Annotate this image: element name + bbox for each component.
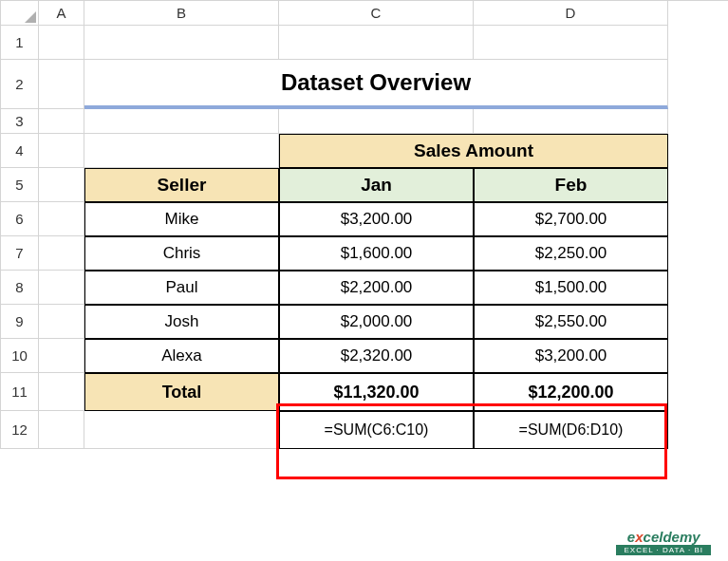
cell-A4[interactable] — [39, 134, 84, 168]
seller-1[interactable]: Chris — [84, 236, 279, 271]
jan-3[interactable]: $2,000.00 — [279, 305, 474, 339]
jan-0[interactable]: $3,200.00 — [279, 202, 474, 236]
feb-4[interactable]: $3,200.00 — [474, 339, 668, 373]
title-cell[interactable]: Dataset Overview — [84, 60, 668, 109]
watermark: exceldemy EXCEL · DATA · BI — [616, 529, 711, 555]
row-header-1[interactable]: 1 — [1, 26, 39, 60]
cell-A10[interactable] — [39, 339, 84, 373]
cell-B3[interactable] — [84, 109, 279, 134]
wm-x: x — [635, 529, 643, 545]
col-header-A[interactable]: A — [39, 1, 84, 26]
cell-D1[interactable] — [474, 26, 668, 60]
cell-A3[interactable] — [39, 109, 84, 134]
row-header-11[interactable]: 11 — [1, 373, 39, 411]
feb-1[interactable]: $2,250.00 — [474, 236, 668, 271]
cell-A1[interactable] — [39, 26, 84, 60]
seller-3[interactable]: Josh — [84, 305, 279, 339]
cell-C1[interactable] — [279, 26, 474, 60]
cell-B12[interactable] — [84, 411, 279, 449]
wm-e: e — [627, 529, 635, 545]
cell-A7[interactable] — [39, 236, 84, 271]
total-label[interactable]: Total — [84, 373, 279, 411]
formula-jan[interactable]: =SUM(C6:C10) — [279, 411, 474, 449]
row-header-7[interactable]: 7 — [1, 236, 39, 271]
jan-header[interactable]: Jan — [279, 168, 474, 202]
cell-C3[interactable] — [279, 109, 474, 134]
jan-2[interactable]: $2,200.00 — [279, 271, 474, 305]
wm-rest: celdemy — [644, 529, 700, 545]
jan-4[interactable]: $2,320.00 — [279, 339, 474, 373]
row-header-12[interactable]: 12 — [1, 411, 39, 449]
cell-A12[interactable] — [39, 411, 84, 449]
row-header-2[interactable]: 2 — [1, 60, 39, 109]
row-header-8[interactable]: 8 — [1, 271, 39, 305]
col-header-B[interactable]: B — [84, 1, 279, 26]
row-header-3[interactable]: 3 — [1, 109, 39, 134]
cell-B4[interactable] — [84, 134, 279, 168]
cell-A2[interactable] — [39, 60, 84, 109]
watermark-brand: exceldemy — [616, 529, 711, 545]
select-all-corner[interactable] — [1, 1, 39, 26]
col-header-C[interactable]: C — [279, 1, 474, 26]
feb-3[interactable]: $2,550.00 — [474, 305, 668, 339]
row-header-6[interactable]: 6 — [1, 202, 39, 236]
row-header-4[interactable]: 4 — [1, 134, 39, 168]
cell-D3[interactable] — [474, 109, 668, 134]
cell-A8[interactable] — [39, 271, 84, 305]
sales-amount-header[interactable]: Sales Amount — [279, 134, 668, 168]
feb-0[interactable]: $2,700.00 — [474, 202, 668, 236]
jan-1[interactable]: $1,600.00 — [279, 236, 474, 271]
cell-A9[interactable] — [39, 305, 84, 339]
cell-A6[interactable] — [39, 202, 84, 236]
cell-A11[interactable] — [39, 373, 84, 411]
row-header-9[interactable]: 9 — [1, 305, 39, 339]
row-header-10[interactable]: 10 — [1, 339, 39, 373]
col-header-D[interactable]: D — [474, 1, 668, 26]
feb-2[interactable]: $1,500.00 — [474, 271, 668, 305]
total-feb[interactable]: $12,200.00 — [474, 373, 668, 411]
seller-2[interactable]: Paul — [84, 271, 279, 305]
seller-header[interactable]: Seller — [84, 168, 279, 202]
feb-header[interactable]: Feb — [474, 168, 668, 202]
cell-A5[interactable] — [39, 168, 84, 202]
row-header-5[interactable]: 5 — [1, 168, 39, 202]
formula-feb[interactable]: =SUM(D6:D10) — [474, 411, 668, 449]
watermark-slogan: EXCEL · DATA · BI — [616, 545, 711, 555]
total-jan[interactable]: $11,320.00 — [279, 373, 474, 411]
cell-B1[interactable] — [84, 26, 279, 60]
seller-0[interactable]: Mike — [84, 202, 279, 236]
spreadsheet-grid: A B C D 1 2 Dataset Overview 3 4 Sales A… — [0, 0, 728, 449]
seller-4[interactable]: Alexa — [84, 339, 279, 373]
